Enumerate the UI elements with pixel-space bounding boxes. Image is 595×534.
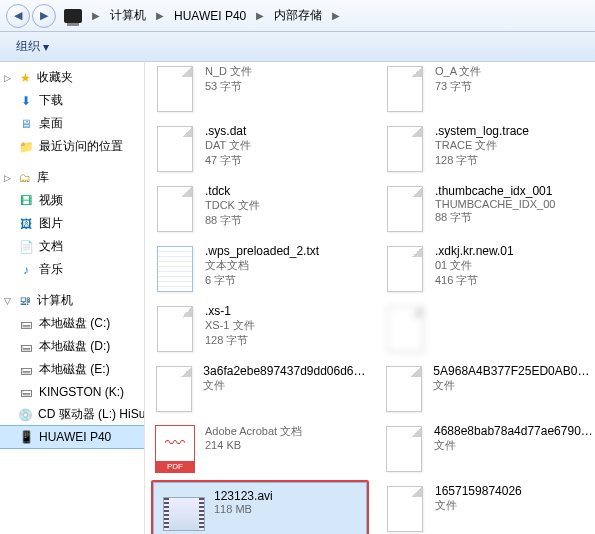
organize-menu[interactable]: 组织 ▾ — [8, 34, 57, 59]
tree-head-computer[interactable]: ▽ 🖳 计算机 — [0, 289, 144, 312]
file-type: O_A 文件 — [435, 64, 481, 79]
file-icon — [387, 186, 423, 232]
library-icon: 🗂 — [17, 170, 33, 186]
tree-label: 图片 — [39, 215, 63, 232]
main-area: ▷ ★ 收藏夹 ⬇下载 🖥桌面 📁最近访问的位置 ▷ 🗂 库 🎞视频 🖼图片 📄… — [0, 62, 595, 534]
file-item[interactable]: .tdckTDCK 文件88 字节 — [145, 178, 375, 238]
breadcrumb-computer[interactable]: 计算机 — [104, 3, 152, 28]
chevron-right-icon: ▶ — [252, 10, 268, 21]
file-size: 53 字节 — [205, 79, 252, 94]
file-item[interactable] — [375, 298, 595, 358]
picture-icon: 🖼 — [18, 216, 34, 232]
tree-item-drive-e[interactable]: 🖴本地磁盘 (E:) — [0, 358, 144, 381]
tree-item-drive-d[interactable]: 🖴本地磁盘 (D:) — [0, 335, 144, 358]
file-name: 1657159874026 — [435, 484, 522, 498]
file-size: 214 KB — [205, 439, 302, 451]
file-type: 118 MB — [214, 503, 273, 515]
file-type: N_D 文件 — [205, 64, 252, 79]
star-icon: ★ — [17, 70, 33, 86]
nav-back-button[interactable]: ◀ — [6, 4, 30, 28]
tree-label: 最近访问的位置 — [39, 138, 123, 155]
hdd-icon: 🖴 — [18, 339, 34, 355]
file-item[interactable]: N_D 文件53 字节 — [145, 62, 375, 118]
tree-label: 计算机 — [37, 292, 73, 309]
file-item[interactable]: O_A 文件73 字节 — [375, 62, 595, 118]
tree-item-drive-k[interactable]: 🖴KINGSTON (K:) — [0, 381, 144, 403]
file-item[interactable]: .xs-1XS-1 文件128 字节 — [145, 298, 375, 358]
hdd-icon: 🖴 — [18, 316, 34, 332]
file-item[interactable]: .wps_preloaded_2.txt文本文档6 字节 — [145, 238, 375, 298]
tree-item-drive-c[interactable]: 🖴本地磁盘 (C:) — [0, 312, 144, 335]
file-icon — [387, 126, 423, 172]
cd-icon: 💿 — [18, 407, 33, 423]
tree-item-desktop[interactable]: 🖥桌面 — [0, 112, 144, 135]
desktop-icon: 🖥 — [18, 116, 34, 132]
tree-item-music[interactable]: ♪音乐 — [0, 258, 144, 281]
caret-collapsed-icon: ▷ — [4, 173, 13, 182]
music-icon: ♪ — [18, 262, 34, 278]
file-type: 01 文件 — [435, 258, 514, 273]
file-pane[interactable]: N_D 文件53 字节.sys.datDAT 文件47 字节.tdckTDCK … — [145, 62, 595, 534]
chevron-right-icon: ▶ — [88, 10, 104, 21]
file-item[interactable]: 5A968A4B377F25ED0AB0CEE31文件 — [375, 358, 595, 418]
file-item[interactable]: .xdkj.kr.new.0101 文件416 字节 — [375, 238, 595, 298]
tree-item-phone[interactable]: 📱HUAWEI P40 — [0, 426, 144, 448]
chevron-right-icon: ▶ — [152, 10, 168, 21]
file-type: TDCK 文件 — [205, 198, 260, 213]
file-item[interactable]: .system_log.traceTRACE 文件128 字节 — [375, 118, 595, 178]
file-icon — [157, 306, 193, 352]
phone-icon: 📱 — [18, 429, 34, 445]
file-item[interactable]: 〰PDFAdobe Acrobat 文档214 KB — [145, 418, 375, 478]
file-name: .xs-1 — [205, 304, 255, 318]
file-icon — [387, 486, 423, 532]
file-name: .thumbcache_idx_001 — [435, 184, 555, 198]
file-icon — [387, 66, 423, 112]
tree-label: KINGSTON (K:) — [39, 385, 124, 399]
tree-label: HUAWEI P40 — [39, 430, 111, 444]
file-icon — [387, 246, 423, 292]
tree-item-videos[interactable]: 🎞视频 — [0, 189, 144, 212]
file-icon — [157, 66, 193, 112]
file-size: 128 字节 — [205, 333, 255, 348]
file-item[interactable]: 1657159874026文件 — [375, 478, 595, 534]
tree-item-downloads[interactable]: ⬇下载 — [0, 89, 144, 112]
file-type: DAT 文件 — [205, 138, 251, 153]
file-item[interactable]: 4688e8bab78a4d77ae6790e61文件 — [375, 418, 595, 478]
nav-forward-button[interactable]: ▶ — [32, 4, 56, 28]
breadcrumb-device[interactable]: HUAWEI P40 — [168, 5, 252, 27]
tree-label: 下载 — [39, 92, 63, 109]
tree-item-recent[interactable]: 📁最近访问的位置 — [0, 135, 144, 158]
file-name: .system_log.trace — [435, 124, 529, 138]
tree-item-cd-drive[interactable]: 💿CD 驱动器 (L:) HiSu — [0, 403, 144, 426]
file-name: 3a6fa2ebe897437d9dd06d6d82f95e601 — [203, 364, 367, 378]
file-item[interactable]: .sys.datDAT 文件47 字节 — [145, 118, 375, 178]
file-type: XS-1 文件 — [205, 318, 255, 333]
tree-label: 收藏夹 — [37, 69, 73, 86]
file-item[interactable]: 3a6fa2ebe897437d9dd06d6d82f95e601文件 — [145, 358, 375, 418]
organize-label: 组织 — [16, 38, 40, 55]
video-icon: 🎞 — [18, 193, 34, 209]
file-size: 73 字节 — [435, 79, 481, 94]
file-icon — [156, 366, 192, 412]
tree-label: 本地磁盘 (C:) — [39, 315, 110, 332]
file-item[interactable]: .thumbcache_idx_001THUMBCACHE_IDX_0088 字… — [375, 178, 595, 238]
tree-head-libraries[interactable]: ▷ 🗂 库 — [0, 166, 144, 189]
file-name: .wps_preloaded_2.txt — [205, 244, 319, 258]
tree-label: 本地磁盘 (E:) — [39, 361, 110, 378]
file-icon — [386, 426, 422, 472]
highlighted-file: 123123.avi118 MB — [151, 480, 369, 534]
tree-favorites: ▷ ★ 收藏夹 ⬇下载 🖥桌面 📁最近访问的位置 — [0, 66, 144, 158]
tree-label: 文档 — [39, 238, 63, 255]
sidebar: ▷ ★ 收藏夹 ⬇下载 🖥桌面 📁最近访问的位置 ▷ 🗂 库 🎞视频 🖼图片 📄… — [0, 62, 145, 534]
tree-label: 视频 — [39, 192, 63, 209]
file-size: 416 字节 — [435, 273, 514, 288]
tree-label: CD 驱动器 (L:) HiSu — [38, 406, 145, 423]
file-item[interactable]: 123123.avi118 MB — [153, 482, 367, 534]
breadcrumb-storage[interactable]: 内部存储 — [268, 3, 328, 28]
breadcrumb-root[interactable] — [58, 5, 88, 27]
tree-head-favorites[interactable]: ▷ ★ 收藏夹 — [0, 66, 144, 89]
toolbar: 组织 ▾ — [0, 32, 595, 62]
tree-item-pictures[interactable]: 🖼图片 — [0, 212, 144, 235]
video-file-icon — [163, 497, 205, 531]
tree-item-documents[interactable]: 📄文档 — [0, 235, 144, 258]
